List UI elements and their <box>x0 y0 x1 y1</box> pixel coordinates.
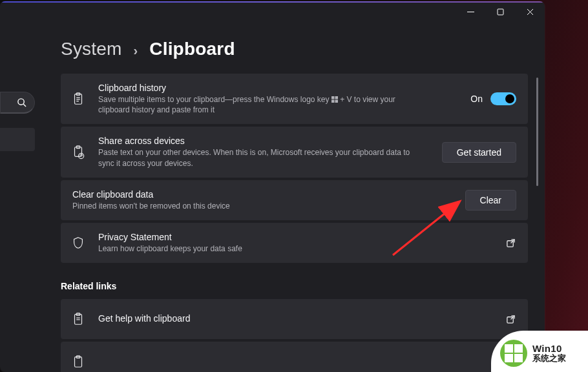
svg-line-19 <box>510 239 514 243</box>
search-input[interactable] <box>0 92 35 114</box>
close-button[interactable] <box>515 1 545 22</box>
svg-line-25 <box>510 316 514 320</box>
card-clear-clipboard: Clear clipboard data Pinned items won't … <box>61 180 528 220</box>
sidebar-item-selected[interactable] <box>0 128 35 151</box>
page-title: Clipboard <box>149 39 235 59</box>
windows-logo-icon <box>505 344 523 362</box>
card-privacy-statement[interactable]: Privacy Statement Learn how clipboard ke… <box>61 223 528 263</box>
watermark: Win10 系统之家 <box>491 331 588 372</box>
shield-icon <box>70 234 87 251</box>
clipboard-help-icon <box>70 311 87 327</box>
maximize-icon <box>497 8 504 16</box>
card-clipboard-history[interactable]: Clipboard history Save multiple items to… <box>61 74 528 124</box>
close-icon <box>527 8 534 16</box>
card-text: Clipboard history Save multiple items to… <box>98 83 459 115</box>
maximize-button[interactable] <box>485 1 515 22</box>
external-link-icon <box>505 313 516 325</box>
window-titlebar <box>456 1 545 22</box>
related-cards: Get help with clipboard <box>61 299 528 372</box>
card-description: Learn how clipboard keeps your data safe <box>98 243 421 254</box>
chevron-right-icon: › <box>134 43 138 58</box>
card-title: Privacy Statement <box>98 232 493 242</box>
card-text: Get help with clipboard <box>98 313 493 325</box>
card-related-extra[interactable] <box>61 342 528 372</box>
clipboard-history-toggle[interactable] <box>490 92 516 105</box>
card-description: Paste text on your other devices. When t… <box>98 147 421 168</box>
card-title: Share across devices <box>98 136 430 146</box>
search-icon <box>17 98 26 107</box>
windows-key-icon <box>331 95 338 101</box>
breadcrumb: System › Clipboard <box>61 39 538 59</box>
card-text: Privacy Statement Learn how clipboard ke… <box>98 232 493 254</box>
watermark-badge <box>500 340 527 367</box>
watermark-text: Win10 系统之家 <box>532 343 566 364</box>
card-text: Clear clipboard data Pinned items won't … <box>72 189 454 211</box>
card-text: Share across devices Paste text on your … <box>98 136 430 168</box>
minimize-button[interactable] <box>456 1 485 22</box>
settings-window: System › Clipboard Clipboard history Sav… <box>0 1 545 372</box>
watermark-line2: 系统之家 <box>532 354 566 364</box>
clipboard-icon <box>70 353 87 370</box>
toggle-state-label: On <box>470 94 483 104</box>
settings-cards: Clipboard history Save multiple items to… <box>61 74 528 263</box>
related-links-heading: Related links <box>61 281 538 291</box>
card-description: Pinned items won't be removed on this de… <box>72 201 395 211</box>
minimize-icon <box>467 8 474 16</box>
svg-line-5 <box>23 104 26 107</box>
content-area: System › Clipboard Clipboard history Sav… <box>61 39 538 372</box>
card-get-help[interactable]: Get help with clipboard <box>61 299 528 339</box>
share-devices-icon <box>70 144 87 161</box>
desc-pre: Save multiple items to your clipboard—pr… <box>98 95 331 104</box>
get-started-button[interactable]: Get started <box>442 142 516 163</box>
left-rail <box>0 92 35 151</box>
watermark-line1: Win10 <box>532 343 566 354</box>
card-share-across-devices[interactable]: Share across devices Paste text on your … <box>61 127 528 177</box>
card-description: Save multiple items to your clipboard—pr… <box>98 94 421 115</box>
card-title: Clipboard history <box>98 83 459 93</box>
clear-button[interactable]: Clear <box>465 190 516 211</box>
svg-rect-11 <box>331 96 335 99</box>
toggle-group: On <box>470 92 516 105</box>
toggle-knob <box>505 94 514 103</box>
breadcrumb-system[interactable]: System <box>61 39 122 59</box>
svg-rect-13 <box>331 100 335 103</box>
clipboard-history-icon <box>70 90 87 107</box>
external-link-icon <box>505 237 516 249</box>
svg-rect-1 <box>498 9 503 15</box>
svg-point-17 <box>78 153 83 158</box>
card-title: Clear clipboard data <box>72 189 454 200</box>
card-title: Get help with clipboard <box>98 313 493 324</box>
svg-point-4 <box>18 99 24 105</box>
vertical-scrollbar[interactable] <box>536 78 538 186</box>
